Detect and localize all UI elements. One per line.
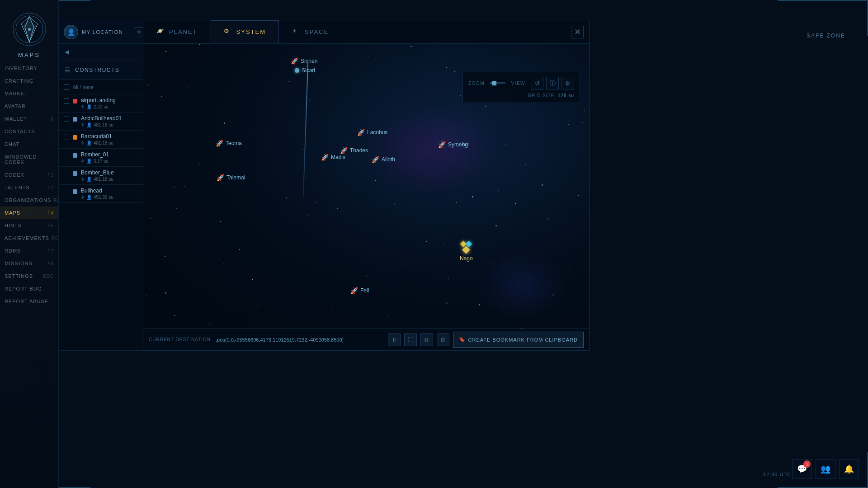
construct-info-0: airportLanding ✈ 👤 2.22 su <box>81 97 145 109</box>
dest-copy-btn[interactable]: ⧉ <box>420 333 433 346</box>
alerts-notif-btn[interactable]: 🔔 <box>839 459 859 479</box>
dest-expand-btn[interactable]: ⛶ <box>404 333 417 346</box>
construct-checkbox-1[interactable] <box>64 117 69 122</box>
sidebar-item-rdms[interactable]: RDMSF7 <box>0 244 58 257</box>
create-bookmark-btn[interactable]: 🔖 CREATE BOOKMARK FROM CLIPBOARD <box>453 332 584 348</box>
corner-tr <box>778 0 868 36</box>
planet-talemai[interactable]: 🚀 Talemai <box>217 174 245 181</box>
planet-sicari[interactable]: Sicari <box>295 67 315 74</box>
tab-system[interactable]: ⚙ SYSTEM <box>211 20 279 43</box>
construct-type-icon-2: ✈ <box>81 141 85 145</box>
sidebar-item-inventory[interactable]: INVENTORY <box>0 62 58 75</box>
sidebar-item-contacts[interactable]: CONTACTS <box>0 125 58 138</box>
construct-dist-4: 481.18 su <box>94 177 113 182</box>
planet-teoma[interactable]: 🚀 Teoma <box>216 140 242 147</box>
bottom-right-icons: 💬 1 👥 🔔 <box>792 459 859 479</box>
teoma-label: Teoma <box>226 140 242 146</box>
sidebar-key-talents: F2 <box>47 185 54 190</box>
view-info-btn[interactable]: ⓘ <box>546 77 559 89</box>
construct-checkbox-3[interactable] <box>64 153 69 158</box>
construct-dist-2: 481.18 su <box>94 141 113 145</box>
space-icon: ✦ <box>292 28 301 37</box>
sidebar-key-codex: F1 <box>47 173 54 178</box>
dest-label: CURRENT DESTINATION <box>149 337 211 342</box>
close-btn[interactable]: ✕ <box>571 26 584 38</box>
construct-type-icon-0: ✈ <box>81 104 85 109</box>
teoma-icon: 🚀 <box>216 140 223 147</box>
constructs-label: CONSTRUCTS <box>75 67 146 73</box>
sidebar-label-report-bug: REPORT BUG <box>5 286 54 291</box>
dest-delete-btn[interactable]: 🗑 <box>437 333 449 346</box>
sidebar-item-organizations[interactable]: ORGANIZATIONSF3 <box>0 194 58 206</box>
sidebar-item-crafting[interactable]: CRAFTING <box>0 75 58 87</box>
sidebar-item-windowed-codex[interactable]: WINDOWED CODEX <box>0 150 58 169</box>
safe-zone-label: SAFE ZONE <box>807 33 845 39</box>
sidebar-item-hints[interactable]: HINTSF5 <box>0 219 58 232</box>
location-copy-btn[interactable]: ⧉ <box>134 27 144 37</box>
sidebar-item-achievements[interactable]: ACHIEVEMENTSF6 <box>0 232 58 244</box>
sidebar-label-chat: CHAT <box>5 141 54 147</box>
symeog-icon: 🚀 <box>438 141 446 148</box>
sidebar-label-avatar: AVATAR <box>5 103 54 109</box>
construct-meta-3: ✈ 👤 3.37 su <box>81 159 145 164</box>
sidebar-item-codex[interactable]: CODEXF1 <box>0 169 58 181</box>
tab-space[interactable]: ✦ SPACE <box>279 20 342 43</box>
planet-ion[interactable]: Ion <box>462 141 470 147</box>
construct-color-2 <box>73 135 77 140</box>
bookmark-icon: 🔖 <box>459 337 466 343</box>
planet-madis[interactable]: 🚀 Madis <box>321 154 345 161</box>
tab-planet[interactable]: 🪐 PLANET <box>143 20 211 43</box>
sidebar-item-missions[interactable]: MISSIONSF8 <box>0 257 58 270</box>
zoom-row: ZOOM VIEW ↺ ⓘ ⚙ <box>468 77 574 89</box>
sidebar-item-report-abuse[interactable]: REPORT ABUSE <box>0 295 58 308</box>
view-reset-btn[interactable]: ↺ <box>531 77 543 89</box>
sidebar-item-settings[interactable]: SETTINGSESC <box>0 270 58 282</box>
fell-icon: 🚀 <box>350 287 358 294</box>
filter-checkbox[interactable] <box>64 84 69 90</box>
view-label: VIEW <box>511 81 525 86</box>
sicari-dot <box>295 68 299 73</box>
construct-player-icon-0: 👤 <box>86 104 92 109</box>
planet-alioth[interactable]: 🚀 Alioth <box>372 156 395 163</box>
sidebar-label-achievements: ACHIEVEMENTS <box>5 235 49 241</box>
sidebar-item-wallet[interactable]: WALLET0 <box>0 113 58 125</box>
sidebar-label-settings: SETTINGS <box>5 273 40 279</box>
sidebar-item-avatar[interactable]: AVATAR <box>0 100 58 113</box>
construct-checkbox-4[interactable] <box>64 171 69 176</box>
talemai-label: Talemai <box>226 174 245 181</box>
sidebar-item-chat[interactable]: CHAT <box>0 138 58 150</box>
zoom-thumb[interactable] <box>492 81 496 85</box>
planet-lacobus[interactable]: 🚀 Lacobus <box>357 129 387 136</box>
sidebar-label-organizations: ORGANIZATIONS <box>5 197 51 203</box>
tab-bar: 🪐 PLANET ⚙ SYSTEM ✦ SPACE ✕ <box>143 20 589 44</box>
sidebar-item-talents[interactable]: TALENTSF2 <box>0 181 58 194</box>
logo <box>9 9 50 50</box>
alioth-icon: 🚀 <box>372 156 379 163</box>
construct-name-3: Bomber_01 <box>81 151 145 158</box>
sidebar-item-maps[interactable]: MAPSF4 <box>0 206 58 219</box>
time-label: 12:30 UTC <box>763 472 791 477</box>
construct-dist-0: 2.22 su <box>94 104 108 109</box>
construct-color-1 <box>73 117 77 122</box>
sidebar-item-report-bug[interactable]: REPORT BUG <box>0 282 58 295</box>
view-settings-btn[interactable]: ⚙ <box>561 77 574 89</box>
planet-thades[interactable]: 🚀 Thades <box>340 147 368 154</box>
tab-space-label: SPACE <box>305 28 329 35</box>
sidebar-item-market[interactable]: MARKET <box>0 87 58 100</box>
planet-fell[interactable]: 🚀 Fell <box>350 287 369 294</box>
construct-checkbox-0[interactable] <box>64 99 69 104</box>
planet-sinnen[interactable]: 🚀 Sinnen <box>291 57 317 65</box>
location-avatar: 👤 <box>64 25 78 39</box>
friends-notif-btn[interactable]: 👥 <box>816 459 835 479</box>
sidebar-key-settings: ESC <box>43 274 54 279</box>
logo-label: MAPS <box>18 52 40 58</box>
dest-coords: ::pos{0,0,-95556696.4173,11912519.7232,-… <box>214 337 384 343</box>
chat-notif-btn[interactable]: 💬 1 <box>792 459 812 479</box>
sidebar-key-achievements: F6 <box>52 236 58 241</box>
construct-checkbox-5[interactable] <box>64 189 69 194</box>
construct-checkbox-2[interactable] <box>64 135 69 140</box>
map-content[interactable]: 🚀 Sinnen Sicari 🚀 Lacobus 🚀 Teoma 🚀 Thad… <box>143 44 589 350</box>
sicari-label: Sicari <box>302 67 315 74</box>
zoom-slider[interactable] <box>490 82 505 84</box>
dest-pause-btn[interactable]: ⏸ <box>388 333 401 346</box>
